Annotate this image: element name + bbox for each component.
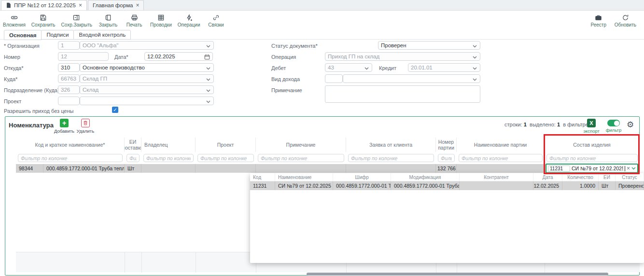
- note-textarea[interactable]: [325, 85, 480, 103]
- column-header-note[interactable]: Примечание: [256, 138, 346, 152]
- filter-input-project[interactable]: [197, 154, 254, 162]
- filter-toggle[interactable]: фильтр: [603, 120, 624, 133]
- operation-select[interactable]: Приход ГП на склад: [325, 52, 480, 61]
- export-excel-button[interactable]: X экспорт: [580, 119, 602, 134]
- chevron-down-icon[interactable]: [631, 167, 636, 170]
- print-button[interactable]: Печать: [121, 13, 147, 28]
- column-header-unit[interactable]: ЕИ поставки: [125, 138, 141, 152]
- project-code-field[interactable]: [58, 97, 80, 105]
- horizontal-scrollbar[interactable]: [307, 273, 608, 276]
- composition-code-input[interactable]: [548, 166, 570, 172]
- popup-cell-name[interactable]: СИ №79 от 12.02.2025: [275, 181, 333, 190]
- income-type-select[interactable]: [343, 74, 480, 83]
- links-button[interactable]: Связки: [203, 13, 229, 28]
- from-select[interactable]: Основное производство: [80, 63, 214, 72]
- selected-label: выделено:: [530, 122, 556, 127]
- number-field[interactable]: 12: [58, 52, 109, 61]
- cell-project[interactable]: [196, 164, 256, 173]
- close-button[interactable]: Закрыть: [95, 13, 121, 28]
- toggle-on-icon[interactable]: [607, 120, 620, 126]
- popup-row[interactable]: 11231 СИ №79 от 12.02.2025 000.4859.1772…: [250, 181, 644, 190]
- status-select[interactable]: Проверен: [378, 41, 480, 50]
- to-code-field[interactable]: 66763: [58, 74, 80, 83]
- organization-code-field[interactable]: 1: [58, 41, 80, 50]
- filter-input-composition[interactable]: [546, 154, 638, 162]
- composition-value[interactable]: СИ №79 от 12.02.2025: [572, 166, 623, 171]
- income-type-code-field[interactable]: [325, 74, 343, 83]
- popup-cell-quantity[interactable]: 1.0000: [562, 181, 599, 190]
- save-close-button[interactable]: Сохр.Закрыть: [58, 13, 96, 28]
- tab-input-control[interactable]: Входной контроль: [73, 30, 131, 40]
- cell-client-request[interactable]: [346, 164, 436, 173]
- to-select[interactable]: Склад ГП: [80, 74, 214, 83]
- calendar-icon[interactable]: [204, 54, 210, 60]
- column-header-composition[interactable]: Состав изделия: [545, 138, 640, 152]
- registry-button[interactable]: Реестр: [586, 13, 612, 28]
- filter-input-client-request[interactable]: [348, 154, 434, 162]
- popup-cell-unit[interactable]: Шт: [599, 181, 616, 190]
- gear-icon[interactable]: ⚙: [627, 121, 634, 129]
- popup-cell-status[interactable]: Проверено: [616, 181, 644, 190]
- popup-cell-cipher[interactable]: 000.4859.1772.000-01 Тр...: [333, 181, 391, 190]
- button-label: Закрыть: [99, 22, 118, 28]
- filter-input-code-name[interactable]: [18, 154, 123, 162]
- clear-icon[interactable]: ×: [627, 166, 630, 171]
- column-header-owner[interactable]: Владелец: [141, 138, 196, 152]
- composition-editor[interactable]: СИ №79 от 12.02.2025 ×: [546, 164, 638, 173]
- allow-no-price-checkbox[interactable]: ✓: [112, 107, 118, 113]
- filter-input-batch-number[interactable]: [438, 154, 455, 162]
- date-field[interactable]: 12.02.2025: [144, 52, 213, 61]
- postings-button[interactable]: Проводки: [147, 13, 175, 28]
- cell-code[interactable]: 98344: [16, 164, 43, 173]
- debit-select[interactable]: 43: [325, 63, 372, 72]
- link-icon: [212, 14, 220, 21]
- tab-signatures[interactable]: Подписи: [41, 30, 74, 40]
- credit-select[interactable]: 20.01.01: [408, 63, 480, 72]
- save-button[interactable]: Сохранить: [28, 13, 58, 28]
- division-select[interactable]: Склад: [80, 85, 214, 94]
- cell-owner[interactable]: [141, 164, 196, 173]
- allow-no-price-label: Разрешить приход без цены: [4, 108, 73, 114]
- popup-col-unit[interactable]: ЕИ: [599, 173, 616, 181]
- popup-cell-code[interactable]: 11231: [250, 181, 275, 190]
- cell-unit[interactable]: Шт: [125, 164, 141, 173]
- filter-input-unit[interactable]: [126, 154, 140, 162]
- column-header-code-name[interactable]: Код и краткое наименование*: [16, 138, 125, 152]
- division-code-field[interactable]: 326: [58, 85, 80, 94]
- window-tab-main-form[interactable]: Главная форма ×: [88, 0, 144, 10]
- column-header-client-request[interactable]: Заявка от клиента: [346, 138, 436, 152]
- popup-cell-modification[interactable]: 000.4859.1772.000-01 Труба те...: [391, 181, 460, 190]
- popup-col-modification[interactable]: Модификация: [391, 173, 460, 181]
- organization-label: * Организация: [4, 43, 40, 49]
- popup-cell-contractor[interactable]: [460, 181, 533, 190]
- cell-batch-name[interactable]: [457, 164, 545, 173]
- cell-batch-number[interactable]: 132 766: [436, 164, 457, 173]
- close-icon[interactable]: ×: [79, 2, 82, 8]
- refresh-button[interactable]: Обновить: [612, 13, 639, 28]
- filter-input-batch-name[interactable]: [459, 154, 543, 162]
- tab-main[interactable]: Основная: [4, 30, 42, 40]
- organization-select[interactable]: ООО "Альфа": [80, 41, 214, 50]
- delete-row-button[interactable]: Удалить: [73, 119, 98, 134]
- popup-col-name[interactable]: Наименование: [275, 173, 333, 181]
- close-icon[interactable]: ×: [136, 2, 139, 8]
- popup-col-code[interactable]: Код: [250, 173, 275, 181]
- attachments-button[interactable]: Вложения: [0, 13, 28, 28]
- operations-button[interactable]: Операции: [175, 13, 203, 28]
- popup-col-status[interactable]: Статус: [616, 173, 644, 181]
- filter-input-note[interactable]: [258, 154, 344, 162]
- popup-col-contractor[interactable]: Контрагент: [460, 173, 533, 181]
- cell-note[interactable]: [256, 164, 346, 173]
- column-header-project[interactable]: Проект: [196, 138, 256, 152]
- project-select[interactable]: [80, 97, 214, 105]
- popup-col-quantity[interactable]: Количество: [562, 173, 599, 181]
- popup-col-cipher[interactable]: Шифр: [333, 173, 391, 181]
- column-header-batch-name[interactable]: Наименование партии: [457, 138, 545, 152]
- window-tab-document[interactable]: ППР №12 от 12.02.2025 ×: [1, 0, 87, 10]
- popup-col-date[interactable]: Дата: [533, 173, 562, 181]
- from-code-field[interactable]: 310: [58, 63, 80, 72]
- column-header-batch-number[interactable]: Номер партии: [436, 138, 457, 152]
- popup-cell-date[interactable]: 12.02.2025: [533, 181, 562, 190]
- cell-name[interactable]: 000.4859.1772.000-01 Труба теплоизолиров…: [43, 164, 125, 173]
- filter-input-owner[interactable]: [143, 154, 194, 162]
